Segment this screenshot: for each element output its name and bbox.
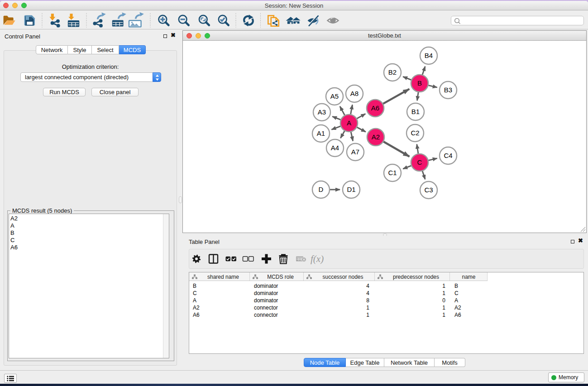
svg-text:successor nodes: successor nodes [322,274,363,280]
svg-text:C: C [417,158,422,166]
svg-text:A4: A4 [331,144,339,152]
svg-text:predecessor nodes: predecessor nodes [393,274,439,280]
svg-text:A5: A5 [330,92,339,100]
svg-text:D1: D1 [347,186,355,193]
svg-text:shared name: shared name [207,274,239,280]
svg-text:C1: C1 [388,169,397,176]
svg-text:A3: A3 [318,108,326,116]
svg-text:MCDS role: MCDS role [267,274,294,280]
svg-text:B: B [417,79,422,87]
svg-text:name: name [462,274,475,280]
svg-text:f(x): f(x) [311,253,324,264]
svg-text:A7: A7 [351,148,359,156]
svg-text:A2: A2 [372,133,380,141]
svg-text:B2: B2 [388,68,397,76]
svg-text:A: A [347,119,351,127]
svg-text:A1: A1 [317,129,325,137]
svg-text:C2: C2 [411,129,419,137]
svg-text:C4: C4 [444,152,452,159]
svg-text:D: D [319,186,324,193]
svg-text:A8: A8 [350,90,359,97]
svg-text:B1: B1 [411,108,420,115]
svg-text:B3: B3 [444,86,452,94]
svg-text:B4: B4 [425,52,433,59]
svg-text:A6: A6 [371,104,379,112]
svg-text:C3: C3 [424,186,433,194]
